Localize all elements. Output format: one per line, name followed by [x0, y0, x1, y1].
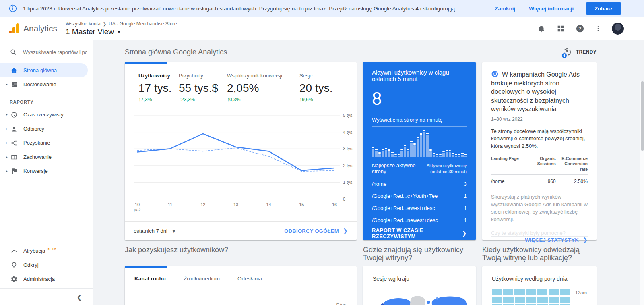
svg-text:0: 0	[343, 197, 345, 201]
insight-card: W kampaniach Google Ads brakuje niektóry…	[482, 62, 597, 240]
pageviews-bar	[452, 155, 454, 156]
heatmap-cell	[537, 297, 547, 303]
active-page-path: /Google+Red...c+Youth+Tee	[372, 193, 438, 199]
arrow-up-icon: ↑	[227, 97, 229, 102]
heatmap-cell	[492, 297, 502, 303]
trendy-button[interactable]: 6 TRENDY	[562, 47, 597, 57]
realtime-title: Aktywni użytkownicy w ciągu ostatnich 5 …	[372, 69, 467, 82]
report-search[interactable]	[0, 44, 93, 60]
svg-text:13: 13	[233, 202, 238, 207]
arrow-up-icon: ↑	[179, 97, 181, 102]
sidebar-item-atrybucja[interactable]: Atrybucja BETA	[0, 244, 93, 258]
tab-odes-ania[interactable]: Odesłania	[237, 276, 262, 282]
pageviews-bar	[423, 132, 425, 157]
search-input[interactable]	[23, 49, 87, 55]
svg-text:16: 16	[332, 202, 337, 207]
sidebar-item-odkryj[interactable]: Odkryj	[0, 258, 93, 272]
expand-arrow-icon[interactable]: ▸	[4, 83, 10, 86]
pageviews-bar	[388, 151, 390, 156]
active-page-row[interactable]: /Google+Red...ewest+desc 1	[372, 202, 467, 214]
active-page-row[interactable]: /Google+Red...newest+desc 1	[372, 214, 467, 226]
breadcrumb[interactable]: Wszystkie konta ❯ UA - Google Merchandis…	[66, 21, 177, 27]
pageviews-bar	[382, 151, 384, 157]
sidebar-item-konwersje[interactable]: ▸ Konwersje	[0, 164, 93, 178]
breadcrumb-account[interactable]: UA - Google Merchandise Store	[109, 21, 177, 27]
svg-text:12: 12	[200, 202, 205, 207]
behavior-icon	[10, 154, 18, 161]
sessions-by-country-title: Sesje wg kraju	[373, 276, 466, 282]
analytics-logo[interactable]: Analytics	[0, 23, 60, 34]
metric-u-ytkownicy[interactable]: Użytkownicy 17 tys. ↑7,3%	[138, 73, 179, 102]
svg-text:2 tys.: 2 tys.	[343, 163, 353, 168]
heatmap-cell	[492, 289, 502, 295]
main-content: Strona główna Google Analytics 6 TRENDY …	[93, 40, 644, 305]
pageviews-bar	[436, 156, 438, 157]
pageviews-bar	[404, 147, 406, 157]
active-page-row[interactable]: /Google+Red...c+Youth+Tee 1	[372, 190, 467, 202]
acquisition-section-title: Jak pozyskujesz użytkowników?	[125, 246, 357, 262]
metric-value: 2,05%	[227, 82, 299, 95]
dismiss-banner-link[interactable]: Zamknij	[495, 6, 515, 12]
apps-grid-icon[interactable]	[556, 24, 565, 33]
metric-label: Przychody	[179, 73, 227, 79]
active-page-row[interactable]: /home 3	[372, 178, 467, 190]
scrollbar-thumb[interactable]	[641, 81, 644, 151]
sidebar: Strona główna ▸ Dostosowanie RAPORTY ▸ C…	[0, 40, 93, 305]
expand-arrow-icon[interactable]: ▸	[4, 127, 10, 131]
more-vertical-icon[interactable]	[595, 24, 601, 33]
more-insights-link[interactable]: WIĘCEJ STATYSTYK ❯	[525, 237, 588, 243]
breadcrumb-all-accounts[interactable]: Wszystkie konta	[66, 21, 101, 27]
reports-section-label: RAPORTY	[0, 100, 93, 104]
heatmap-cell	[537, 289, 547, 295]
view-selector[interactable]: 1 Master View ▼	[66, 27, 177, 36]
sidebar-item-czas-rzeczywisty[interactable]: ▸ Czas rzeczywisty	[0, 108, 93, 122]
sidebar-item-dostosowanie[interactable]: ▸ Dostosowanie	[0, 77, 93, 91]
heatmap-cell	[514, 289, 524, 295]
sidebar-item-administracja[interactable]: Administracja	[0, 272, 93, 286]
time-of-day-heatmap: 12am2am	[492, 289, 587, 305]
acquisition-icon	[10, 139, 18, 147]
svg-text:10: 10	[135, 202, 140, 207]
pageviews-bar	[449, 152, 451, 157]
svg-text:11: 11	[168, 202, 172, 207]
active-tab-indicator	[125, 266, 167, 268]
search-icon	[10, 48, 17, 56]
more-info-link[interactable]: Więcej informacji	[529, 6, 574, 12]
sidebar-item-label: Odbiorcy	[23, 126, 44, 132]
metric-label: Sesje	[299, 73, 332, 79]
expand-arrow-icon[interactable]: ▸	[4, 155, 10, 159]
sidebar-item-odbiorcy[interactable]: ▸ Odbiorcy	[0, 122, 93, 136]
metric-przychody[interactable]: Przychody 55 tys.$ ↑23,3%	[179, 73, 227, 102]
audience-overview-link[interactable]: ODBIORCY OGÓŁEM ❯	[284, 228, 348, 234]
sidebar-item-label: Konwersje	[23, 168, 48, 174]
sidebar-item-pozyskanie[interactable]: ▸ Pozyskanie	[0, 136, 93, 150]
metric-wsp-czynnik-konwersji[interactable]: Współczynnik konwersji 2,05% ↑0,3%	[227, 73, 299, 102]
svg-text:3 tys.: 3 tys.	[343, 146, 353, 151]
date-range-selector[interactable]: ostatnich 7 dni ▼	[134, 228, 176, 234]
tab-r-d-o-medium[interactable]: Źródło/medium	[184, 276, 220, 282]
help-icon[interactable]: ?	[576, 24, 584, 33]
realtime-report-link[interactable]: RAPORT W CZASIE RZECZYWISTYM ❯	[372, 226, 467, 240]
svg-text:5 tys.: 5 tys.	[343, 113, 353, 118]
pageviews-bar	[464, 156, 467, 157]
metric-value: 55 tys.$	[179, 82, 227, 95]
insight-col-header: Organic Sessions	[524, 156, 556, 172]
heatmap-cell	[560, 289, 570, 295]
pageviews-bar	[391, 154, 394, 157]
insight-table-row: /home9602.50%	[491, 175, 588, 188]
pageviews-bar	[413, 145, 416, 156]
expand-arrow-icon[interactable]: ▸	[4, 169, 10, 173]
collapse-sidebar-icon[interactable]: ❮	[77, 293, 82, 301]
tab-kana-ruchu[interactable]: Kanał ruchu	[134, 276, 166, 282]
expand-arrow-icon[interactable]: ▸	[4, 141, 10, 145]
expand-arrow-icon[interactable]: ▸	[4, 113, 10, 116]
heatmap-cell	[503, 289, 513, 295]
metric-value: 17 tys.	[138, 82, 179, 95]
see-ga4-button[interactable]: Zobacz	[586, 2, 621, 15]
sidebar-item-zachowanie[interactable]: ▸ Zachowanie	[0, 150, 93, 164]
sidebar-item-strona-g-wna[interactable]: Strona główna	[0, 63, 88, 77]
avatar[interactable]	[612, 23, 624, 35]
metric-change: ↑7,3%	[138, 97, 179, 102]
metric-sesje[interactable]: Sesje 20 tys. ↑9,6%	[299, 73, 332, 102]
notifications-bell-icon[interactable]	[537, 24, 546, 33]
